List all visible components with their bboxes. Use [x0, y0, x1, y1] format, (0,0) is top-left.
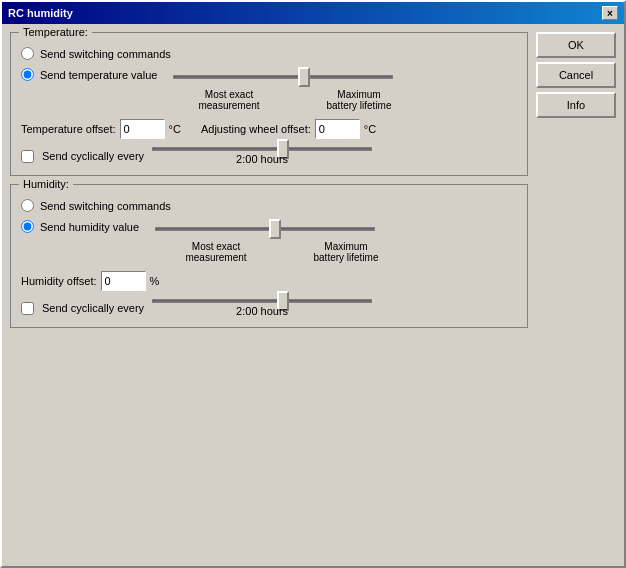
temperature-group-label: Temperature:	[19, 26, 92, 38]
adj-wheel-label: Adjusting wheel offset:	[201, 123, 311, 135]
cancel-button[interactable]: Cancel	[536, 62, 616, 88]
hum-offset-label: Humidity offset:	[21, 275, 97, 287]
hum-offset-row: Humidity offset: %	[21, 271, 517, 291]
hum-slider-label-left: Most exactmeasurement	[176, 241, 256, 263]
temp-radio1-label: Send switching commands	[40, 48, 171, 60]
side-panel: OK Cancel Info	[536, 32, 616, 558]
temp-radio1-row: Send switching commands	[21, 47, 517, 60]
temp-offset-input[interactable]	[120, 119, 165, 139]
temp-slider-labels: Most exactmeasurement Maximumbattery lif…	[189, 89, 409, 111]
temp-slider-label-left: Most exactmeasurement	[189, 89, 269, 111]
hum-offset-input[interactable]	[101, 271, 146, 291]
hum-radio2[interactable]	[21, 220, 34, 233]
hum-cyclically-slider-area: 2:00 hours	[152, 299, 372, 317]
hum-radio1[interactable]	[21, 199, 34, 212]
ok-button[interactable]: OK	[536, 32, 616, 58]
humidity-group-label: Humidity:	[19, 178, 73, 190]
temp-cyclically-label: Send cyclically every	[42, 150, 144, 162]
temperature-group: Temperature: Send switching commands Sen…	[10, 32, 528, 176]
title-bar: RC humidity ×	[2, 2, 624, 24]
hum-cyclically-slider[interactable]	[152, 299, 372, 303]
close-button[interactable]: ×	[602, 6, 618, 20]
adj-wheel-input[interactable]	[315, 119, 360, 139]
adj-wheel-unit: °C	[364, 123, 376, 135]
hum-slider-label-right: Maximumbattery lifetime	[296, 241, 396, 263]
temp-value-slider[interactable]	[173, 75, 393, 79]
main-panel: Temperature: Send switching commands Sen…	[10, 32, 528, 558]
hum-hours-label: 2:00 hours	[236, 305, 288, 317]
hum-slider-labels: Most exactmeasurement Maximumbattery lif…	[176, 241, 396, 263]
hum-cyclically-checkbox[interactable]	[21, 302, 34, 315]
main-window: RC humidity × Temperature: Send switchin…	[0, 0, 626, 568]
temp-radio2[interactable]	[21, 68, 34, 81]
humidity-group: Humidity: Send switching commands Send h…	[10, 184, 528, 328]
hum-radio2-row: Send humidity value	[21, 220, 517, 233]
hum-radio1-row: Send switching commands	[21, 199, 517, 212]
hum-offset-unit: %	[150, 275, 160, 287]
temp-offset-unit: °C	[169, 123, 181, 135]
hum-cyclically-row: Send cyclically every 2:00 hours	[21, 299, 517, 317]
temp-offset-label: Temperature offset:	[21, 123, 116, 135]
temp-radio1[interactable]	[21, 47, 34, 60]
temp-offset-section: Temperature offset: °C Adjusting wheel o…	[21, 119, 517, 139]
temp-cyclically-row: Send cyclically every 2:00 hours	[21, 147, 517, 165]
temp-offset-left: Temperature offset: °C	[21, 119, 181, 139]
temp-radio2-label: Send temperature value	[40, 69, 157, 81]
hum-value-slider[interactable]	[155, 227, 375, 231]
hum-radio2-label: Send humidity value	[40, 221, 139, 233]
temp-adj-wheel: Adjusting wheel offset: °C	[201, 119, 376, 139]
content-area: Temperature: Send switching commands Sen…	[2, 24, 624, 566]
info-button[interactable]: Info	[536, 92, 616, 118]
window-title: RC humidity	[8, 7, 73, 19]
temp-cyclically-slider-area: 2:00 hours	[152, 147, 372, 165]
temp-radio2-row: Send temperature value	[21, 68, 517, 81]
hum-radio1-label: Send switching commands	[40, 200, 171, 212]
hum-cyclically-label: Send cyclically every	[42, 302, 144, 314]
temp-slider-label-right: Maximumbattery lifetime	[309, 89, 409, 111]
temp-hours-label: 2:00 hours	[236, 153, 288, 165]
temp-cyclically-checkbox[interactable]	[21, 150, 34, 163]
temp-cyclically-slider[interactable]	[152, 147, 372, 151]
